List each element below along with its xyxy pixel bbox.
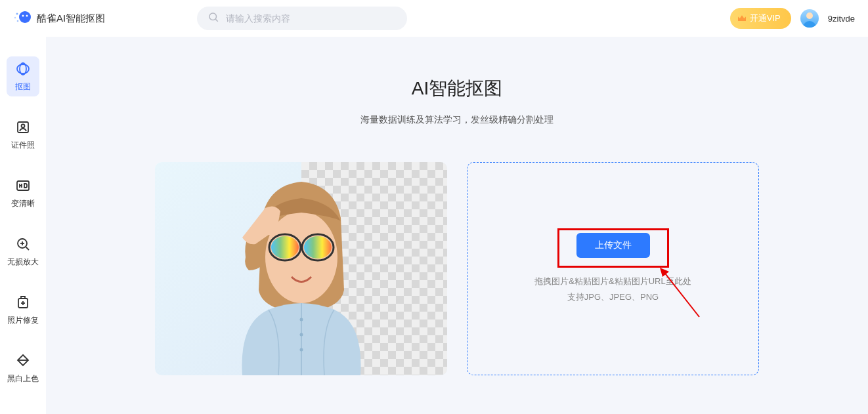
upload-dropzone[interactable]: 上传文件 拖拽图片&粘贴图片&粘贴图片URL至此处 支持JPG、JPEG、PNG [467,162,759,375]
svg-point-6 [209,13,217,20]
content-row: 上传文件 拖拽图片&粘贴图片&粘贴图片URL至此处 支持JPG、JPEG、PNG [85,162,829,375]
svg-point-2 [26,15,28,17]
sidebar-item-colorize[interactable]: 黑白上色 [7,348,39,388]
svg-point-1 [22,15,24,17]
sidebar-item-label: 照片修复 [7,315,39,326]
svg-point-8 [17,64,29,73]
sample-person-illustration [203,172,400,375]
sidebar-item-label: 无损放大 [7,257,39,268]
page-title: AI智能抠图 [85,76,829,101]
repair-icon [14,294,32,311]
upload-hint-line2: 支持JPG、JPEG、PNG [534,289,691,304]
sidebar-item-label: 证件照 [11,140,35,151]
preview-card [155,162,447,375]
search-box[interactable] [197,7,407,30]
sidebar-item-label: 变清晰 [11,198,35,209]
vip-button[interactable]: 开通VIP [730,8,791,29]
vip-label: 开通VIP [750,12,781,24]
sidebar-item-enhance[interactable]: 变清晰 [7,173,39,213]
upload-button[interactable]: 上传文件 [576,233,650,258]
colorize-icon [14,352,32,369]
page-subtitle: 海量数据训练及算法学习，发丝级精确分割处理 [85,114,829,126]
sidebar-item-label: 抠图 [15,81,31,93]
svg-point-11 [22,125,25,128]
svg-point-26 [299,318,303,321]
svg-point-28 [299,348,303,352]
svg-point-5 [17,20,19,22]
sidebar-item-upscale[interactable]: 无损放大 [7,232,39,272]
main-content: AI智能抠图 海量数据训练及算法学习，发丝级精确分割处理 [46,37,868,414]
sidebar-item-label: 黑白上色 [7,373,39,384]
sidebar-item-repair[interactable]: 照片修复 [7,290,39,330]
svg-point-3 [16,13,18,15]
cutout-icon [14,60,32,77]
upload-hint-line1: 拖拽图片&粘贴图片&粘贴图片URL至此处 [534,274,691,289]
header-right: 开通VIP 9zitvde [730,8,855,29]
svg-line-16 [26,247,30,251]
idphoto-icon [14,119,32,136]
zoom-in-icon [14,236,32,253]
svg-point-4 [14,17,16,18]
sidebar-item-cutout[interactable]: 抠图 [7,56,39,96]
search-icon [207,11,219,26]
sidebar: 抠图 证件照 变清晰 [0,37,46,414]
hd-icon [14,177,32,194]
svg-point-27 [299,333,303,337]
svg-line-7 [216,19,218,21]
sidebar-item-idphoto[interactable]: 证件照 [7,115,39,155]
crown-icon [737,13,747,24]
app-title: 酷雀AI智能抠图 [37,12,105,25]
app-logo-icon [13,9,32,28]
logo-section: 酷雀AI智能抠图 [13,9,105,28]
svg-point-24 [271,236,299,259]
avatar[interactable] [800,9,819,28]
svg-point-25 [304,236,332,259]
upload-hint: 拖拽图片&粘贴图片&粘贴图片URL至此处 支持JPG、JPEG、PNG [534,274,691,304]
svg-point-0 [19,11,31,23]
username: 9zitvde [828,14,855,24]
search-input[interactable] [226,13,397,24]
header: 酷雀AI智能抠图 开通VIP 9zitvde [0,0,868,37]
